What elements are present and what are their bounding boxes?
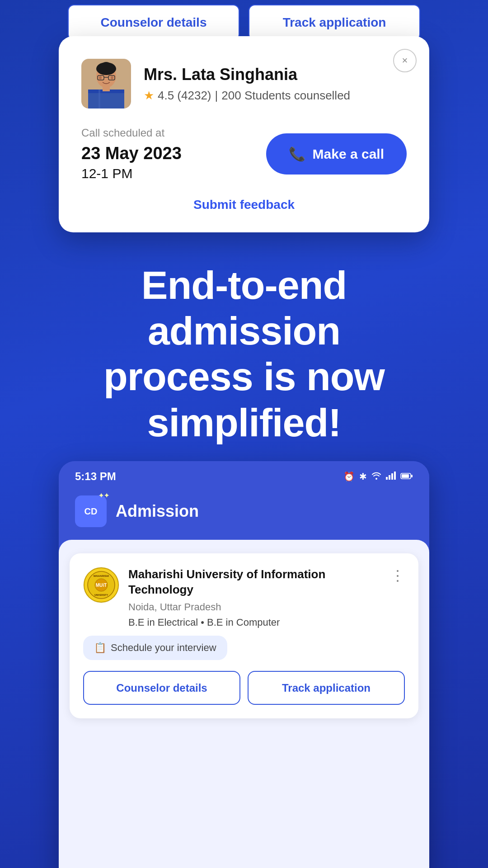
app-logo-text: CD	[84, 506, 98, 517]
submit-feedback-link[interactable]: Submit feedback	[81, 198, 407, 212]
call-date: 23 May 2023	[81, 144, 266, 163]
phone-icon: 📞	[289, 146, 305, 162]
svg-text:MUiT: MUiT	[96, 583, 107, 588]
app-logo-stars: ✦✦	[99, 492, 109, 499]
call-section: Call scheduled at 23 May 2023 12-1 PM 📞 …	[81, 127, 407, 181]
phone-status-bar: 5:13 PM ⏰ ✱	[59, 461, 429, 488]
headline-text: End-to-end admission process is now simp…	[27, 262, 461, 445]
svg-rect-13	[386, 477, 388, 480]
rating-separator: |	[215, 89, 218, 103]
schedule-badge: 📋 Schedule your interview	[83, 636, 227, 660]
counselor-details-text: Mrs. Lata Singhania ★ 4.5 (4232) | 200 S…	[144, 65, 350, 103]
alarm-icon: ⏰	[343, 471, 355, 482]
svg-point-11	[111, 76, 113, 80]
top-tabs-section: Counselor details Track application	[68, 0, 420, 41]
svg-rect-15	[391, 473, 393, 480]
svg-text:UNIVERSITY: UNIVERSITY	[94, 594, 108, 596]
svg-rect-19	[411, 475, 413, 477]
call-schedule: Call scheduled at 23 May 2023 12-1 PM	[81, 127, 266, 181]
rating-value: 4.5 (4232)	[158, 89, 211, 103]
app-title: Admission	[116, 502, 199, 521]
counselor-modal: ×	[59, 36, 429, 232]
calendar-icon: 📋	[94, 642, 106, 654]
university-info: Maharishi University of Information Tech…	[128, 567, 381, 628]
card-bottom-tabs: Counselor details Track application	[83, 671, 405, 705]
make-call-label: Make a call	[313, 146, 384, 162]
status-icons: ⏰ ✱	[343, 471, 413, 482]
svg-rect-12	[103, 86, 110, 91]
svg-rect-14	[389, 475, 390, 480]
tab-track-application-top[interactable]: Track application	[249, 5, 420, 41]
make-call-button[interactable]: 📞 Make a call	[266, 133, 407, 175]
university-card: MAHARISHI UNIVERSITY MUiT Maharishi Univ…	[70, 553, 418, 718]
counselor-info: Mrs. Lata Singhania ★ 4.5 (4232) | 200 S…	[81, 59, 407, 108]
svg-rect-18	[402, 474, 409, 478]
call-label: Call scheduled at	[81, 127, 266, 139]
phone-content: MAHARISHI UNIVERSITY MUiT Maharishi Univ…	[59, 540, 429, 868]
signal-icon	[386, 472, 396, 482]
university-logo: MAHARISHI UNIVERSITY MUiT	[83, 567, 119, 603]
phone-mockup: 5:13 PM ⏰ ✱	[59, 461, 429, 868]
students-count: 200 Students counselled	[221, 89, 350, 103]
counselor-name: Mrs. Lata Singhania	[144, 65, 350, 84]
svg-rect-16	[394, 472, 396, 480]
schedule-label: Schedule your interview	[111, 642, 216, 654]
tab-counselor-details-card[interactable]: Counselor details	[83, 671, 240, 705]
close-button[interactable]: ×	[393, 49, 417, 72]
bluetooth-icon: ✱	[359, 471, 367, 482]
wifi-icon	[371, 472, 381, 482]
phone-header: CD ✦✦ Admission	[59, 488, 429, 540]
counselor-avatar	[81, 59, 131, 108]
svg-point-6	[102, 62, 111, 68]
university-header: MAHARISHI UNIVERSITY MUiT Maharishi Univ…	[83, 567, 405, 628]
counselor-rating: ★ 4.5 (4232) | 200 Students counselled	[144, 89, 350, 103]
university-location: Noida, Uttar Pradesh	[128, 601, 381, 613]
tab-counselor-details-top[interactable]: Counselor details	[68, 5, 239, 41]
tab-track-application-card[interactable]: Track application	[248, 671, 405, 705]
university-menu-button[interactable]: ⋮	[390, 567, 405, 584]
star-icon: ★	[144, 89, 154, 103]
svg-rect-3	[99, 90, 100, 108]
battery-icon	[400, 472, 413, 482]
university-name: Maharishi University of Information Tech…	[128, 567, 381, 598]
svg-text:MAHARISHI: MAHARISHI	[94, 575, 109, 577]
call-time: 12-1 PM	[81, 166, 266, 181]
app-logo: CD ✦✦	[75, 495, 107, 527]
status-time: 5:13 PM	[75, 470, 116, 483]
svg-point-10	[99, 76, 102, 80]
university-courses: B.E in Electrical • B.E in Computer	[128, 617, 381, 628]
